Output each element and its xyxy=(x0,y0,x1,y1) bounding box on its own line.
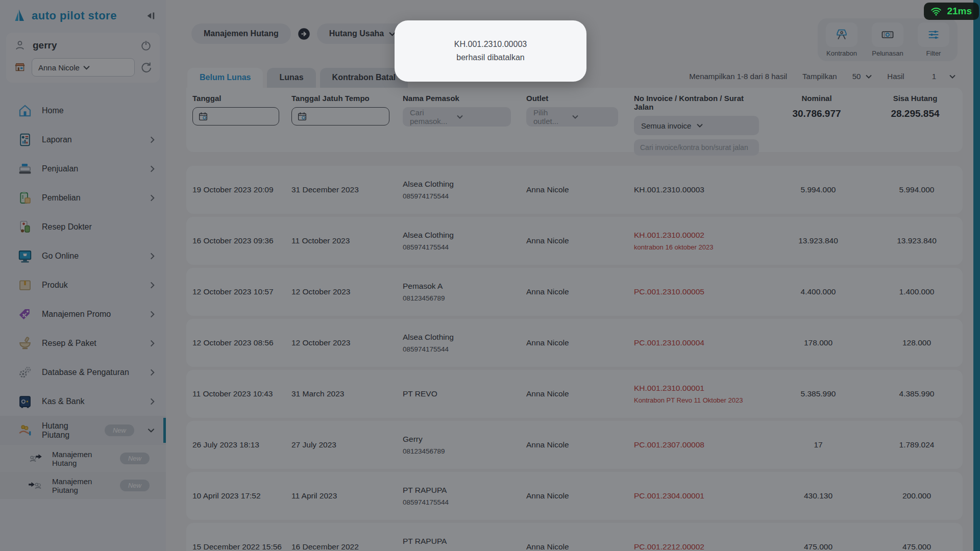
latency-value: 21ms xyxy=(947,6,972,17)
wifi-icon xyxy=(930,6,942,17)
toast-notification: KH.001.2310.00003 berhasil dibatalkan xyxy=(395,20,586,82)
dim-overlay xyxy=(0,0,980,551)
toast-title: KH.001.2310.00003 xyxy=(395,40,586,49)
latency-badge: 21ms xyxy=(924,3,979,20)
toast-message: berhasil dibatalkan xyxy=(395,53,586,62)
